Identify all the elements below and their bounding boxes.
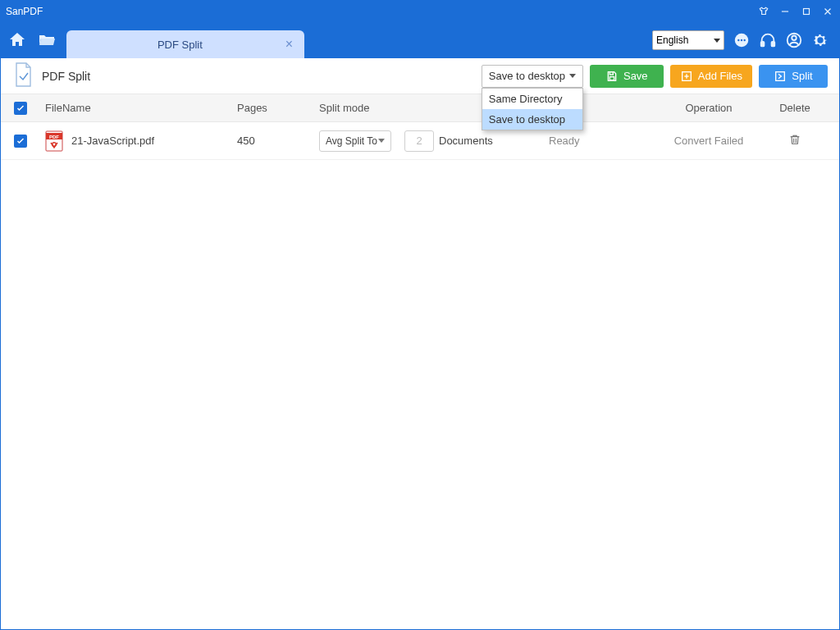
- row-status: Ready: [549, 135, 647, 147]
- save-location-menu: Same Directory Save to desktop: [482, 88, 583, 130]
- app-name: SanPDF: [6, 6, 43, 17]
- svg-point-7: [743, 39, 745, 41]
- split-mode-select[interactable]: Avg Split To: [319, 130, 391, 152]
- svg-rect-13: [609, 76, 614, 80]
- tab-close-icon[interactable]: ×: [284, 37, 294, 52]
- minimize-button[interactable]: [778, 5, 792, 18]
- svg-rect-17: [776, 71, 785, 80]
- col-filename: FileName: [40, 102, 237, 114]
- save-button[interactable]: Save: [590, 65, 664, 88]
- title-bar: SanPDF: [1, 1, 839, 22]
- split-button[interactable]: Split: [759, 65, 828, 88]
- page-title: PDF Split: [42, 70, 90, 83]
- headphones-icon[interactable]: [759, 31, 777, 49]
- toolbar: PDF Split Save to desktop Same Directory…: [1, 58, 839, 94]
- folder-open-icon[interactable]: [37, 30, 57, 50]
- delete-row-button[interactable]: [788, 136, 801, 148]
- split-count-input[interactable]: 2: [404, 130, 434, 152]
- chevron-down-icon: [378, 139, 385, 143]
- svg-rect-12: [609, 71, 613, 74]
- language-label: English: [656, 34, 688, 46]
- row-pages: 450: [237, 135, 319, 147]
- save-option-same-directory[interactable]: Same Directory: [482, 89, 582, 109]
- add-files-button[interactable]: Add Files: [670, 65, 752, 88]
- chat-icon[interactable]: [733, 31, 751, 49]
- svg-point-11: [792, 36, 797, 41]
- svg-point-6: [741, 39, 742, 41]
- tab-label: PDF Split: [76, 39, 284, 51]
- plus-icon: [680, 70, 693, 83]
- save-button-label: Save: [623, 70, 648, 82]
- home-icon[interactable]: [7, 30, 27, 50]
- row-operation: Convert Failed: [647, 135, 770, 147]
- save-icon: [605, 70, 619, 83]
- svg-rect-8: [761, 42, 765, 47]
- gear-icon[interactable]: [811, 31, 829, 49]
- tshirt-icon[interactable]: [757, 5, 770, 18]
- table-row: PDF 21-JavaScript.pdf 450 Avg Split To 2…: [1, 122, 839, 160]
- chevron-down-icon: [569, 74, 576, 78]
- svg-text:PDF: PDF: [49, 135, 59, 139]
- svg-point-5: [737, 39, 739, 41]
- tab-pdf-split[interactable]: PDF Split ×: [66, 30, 304, 58]
- col-delete: Delete: [770, 102, 819, 114]
- chevron-down-icon: [714, 39, 720, 43]
- header-bar: PDF Split × English: [1, 22, 839, 58]
- save-location-dropdown[interactable]: Save to desktop Same Directory Save to d…: [482, 65, 583, 88]
- split-icon: [774, 70, 787, 83]
- split-button-label: Split: [792, 70, 812, 82]
- row-filename: 21-JavaScript.pdf: [71, 135, 154, 147]
- split-mode-label: Avg Split To: [326, 135, 377, 147]
- save-location-selected: Save to desktop: [489, 70, 565, 82]
- close-button[interactable]: [821, 5, 834, 18]
- add-files-label: Add Files: [698, 70, 742, 82]
- col-operation: Operation: [647, 102, 770, 114]
- select-all-checkbox[interactable]: [14, 102, 27, 115]
- pdf-split-page-icon: [12, 62, 34, 91]
- split-unit-label: Documents: [439, 135, 493, 147]
- save-option-desktop[interactable]: Save to desktop: [482, 109, 582, 130]
- col-pages: Pages: [237, 102, 319, 114]
- maximize-button[interactable]: [800, 5, 813, 18]
- user-icon[interactable]: [785, 31, 803, 49]
- row-checkbox[interactable]: [14, 135, 27, 148]
- language-select[interactable]: English: [652, 30, 724, 50]
- svg-rect-1: [804, 9, 810, 15]
- svg-rect-9: [772, 42, 775, 47]
- table-header: FileName Pages Split mode Status Operati…: [1, 94, 839, 122]
- pdf-file-icon: PDF: [45, 130, 63, 152]
